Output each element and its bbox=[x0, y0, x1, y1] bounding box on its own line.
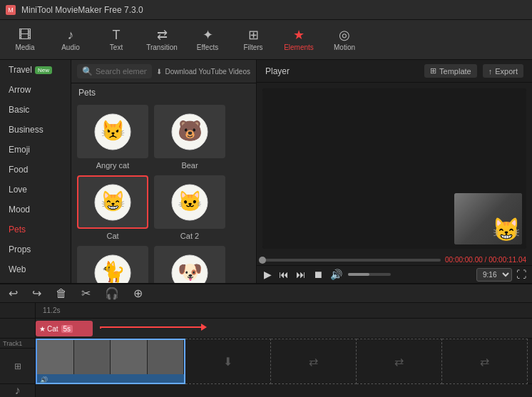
ghost-clips: ⬇ ⇄ ⇄ ⇄ bbox=[185, 339, 532, 383]
sidebar-item-web[interactable]: Web bbox=[0, 259, 71, 279]
track-label-track1: Track1 bbox=[0, 339, 35, 349]
svg-text:🐶: 🐶 bbox=[178, 260, 203, 284]
element-bear[interactable]: 🐻 Bear bbox=[154, 105, 225, 170]
next-frame-button[interactable]: ⏭ bbox=[295, 267, 307, 282]
element-thumb-angry-cat[interactable]: 😾 bbox=[77, 105, 148, 158]
tool-motion[interactable]: ◎ Motion bbox=[322, 22, 367, 58]
timeline-ruler: 11.2s bbox=[36, 303, 532, 319]
element-thumb-cat[interactable]: 😸 bbox=[77, 175, 148, 229]
app-icon: M bbox=[6, 5, 16, 15]
volume-button[interactable]: 🔊 bbox=[329, 267, 344, 282]
aspect-ratio-select[interactable]: 9:16 bbox=[476, 268, 512, 282]
element-thumb-bear[interactable]: 🐻 bbox=[154, 105, 225, 158]
video-frame-1 bbox=[37, 340, 74, 374]
audio-bar: 🔊 bbox=[37, 374, 184, 384]
sidebar-item-travel[interactable]: Travel New bbox=[0, 60, 71, 80]
audio-icon: ♪ bbox=[68, 29, 74, 41]
video-track-add-btn[interactable]: ⊞ bbox=[14, 361, 21, 371]
sidebar-item-basic[interactable]: Basic bbox=[0, 100, 71, 120]
tool-text[interactable]: T Text bbox=[94, 22, 138, 58]
video-track-controls: ⊞ bbox=[0, 349, 35, 384]
element-dog[interactable]: 🐶 Dog bbox=[154, 246, 225, 283]
app-title: MiniTool MovieMaker Free 7.3.0 bbox=[21, 5, 143, 15]
element-track-label bbox=[0, 319, 35, 339]
search-box[interactable]: 🔍 bbox=[77, 64, 152, 78]
ghost-clip-4[interactable]: ⇄ bbox=[442, 339, 528, 384]
undo-button[interactable]: ↩ bbox=[6, 285, 21, 301]
sidebar-item-arrow[interactable]: Arrow bbox=[0, 80, 71, 100]
tool-elements[interactable]: ★ Elements bbox=[277, 22, 321, 58]
element-thumb-cat3[interactable]: 🐈 bbox=[77, 246, 148, 283]
effects-icon: ✦ bbox=[203, 29, 213, 41]
tool-effects[interactable]: ✦ Effects bbox=[185, 22, 230, 58]
element-thumb-cat2[interactable]: 🐱 bbox=[154, 175, 225, 229]
export-icon: ↑ bbox=[488, 67, 493, 76]
elements-search-bar: 🔍 ⬇ Download YouTube Videos bbox=[71, 60, 256, 83]
video-clip[interactable]: 🔊 bbox=[36, 339, 185, 384]
tool-filters[interactable]: ⊞ Filters bbox=[231, 22, 275, 58]
motion-icon: ◎ bbox=[339, 29, 350, 41]
svg-text:😸: 😸 bbox=[101, 190, 126, 213]
svg-text:🐻: 🐻 bbox=[178, 119, 203, 143]
ghost-clip-2[interactable]: ⇄ bbox=[271, 339, 357, 384]
element-clip[interactable]: ★ Cat 5s bbox=[36, 321, 93, 336]
media-icon: 🎞 bbox=[19, 29, 31, 41]
player-title: Player bbox=[265, 66, 290, 76]
svg-text:🐈: 🐈 bbox=[101, 260, 126, 284]
player-actions: ⊞ Template ↑ Export bbox=[424, 64, 523, 78]
elements-panel: 🔍 ⬇ Download YouTube Videos Pets 😾 Angry… bbox=[71, 60, 257, 283]
sidebar-item-food[interactable]: Food bbox=[0, 160, 71, 180]
element-thumb-dog[interactable]: 🐶 bbox=[154, 246, 225, 283]
tool-transition[interactable]: ⇄ Transition bbox=[140, 22, 184, 58]
progress-bar[interactable] bbox=[262, 259, 441, 262]
sidebar-item-pets[interactable]: Pets bbox=[0, 220, 71, 239]
volume-fill bbox=[348, 273, 369, 276]
ghost-clip-1[interactable]: ⬇ bbox=[185, 339, 271, 384]
play-button[interactable]: ▶ bbox=[262, 267, 273, 282]
element-cat3[interactable]: 🐈 Cat 3 bbox=[77, 246, 148, 283]
clip-arrow bbox=[100, 324, 207, 331]
tool-audio[interactable]: ♪ Audio bbox=[48, 22, 93, 58]
sidebar-item-props[interactable]: Props bbox=[0, 239, 71, 259]
element-cat[interactable]: 😸 Cat bbox=[77, 175, 148, 240]
timeline-main: Track1 ⊞ ♪ 11.2s ★ Cat 5s bbox=[0, 303, 532, 397]
player-area: Player ⊞ Template ↑ Export 😸 bbox=[257, 60, 532, 283]
timeline-area: ↩ ↪ 🗑 ✂ 🎧 ⊕ Track1 ⊞ ♪ 1 bbox=[0, 283, 532, 397]
ruler-spacer bbox=[0, 303, 35, 319]
prev-frame-button[interactable]: ⏮ bbox=[277, 267, 290, 282]
ghost-clip-3[interactable]: ⇄ bbox=[357, 339, 442, 384]
template-button[interactable]: ⊞ Template bbox=[424, 64, 477, 78]
sidebar: Travel New Arrow Basic Business Emoji Fo… bbox=[0, 60, 71, 283]
fullscreen-button[interactable]: ⛶ bbox=[516, 269, 526, 280]
add-music-button[interactable]: ♪ bbox=[15, 384, 21, 397]
main-toolbar: 🎞 Media ♪ Audio T Text ⇄ Transition ✦ Ef… bbox=[0, 20, 532, 60]
element-angry-cat[interactable]: 😾 Angry cat bbox=[77, 105, 148, 170]
delete-button[interactable]: 🗑 bbox=[53, 286, 70, 301]
video-frame-4 bbox=[148, 340, 185, 374]
progress-bar-container: 00:00:00.00 / 00:00:11.04 bbox=[257, 254, 532, 265]
download-youtube-btn[interactable]: ⬇ Download YouTube Videos bbox=[156, 68, 250, 76]
volume-slider[interactable] bbox=[348, 273, 391, 276]
template-icon: ⊞ bbox=[430, 66, 436, 76]
sidebar-item-mood[interactable]: Mood bbox=[0, 200, 71, 220]
search-input[interactable] bbox=[96, 67, 147, 76]
sidebar-item-emoji[interactable]: Emoji bbox=[0, 140, 71, 160]
music-add-area: ♪ bbox=[0, 384, 35, 397]
cut-button[interactable]: ✂ bbox=[78, 285, 93, 301]
sidebar-item-business[interactable]: Business bbox=[0, 120, 71, 140]
tool-media[interactable]: 🎞 Media bbox=[3, 22, 47, 58]
progress-thumb bbox=[259, 257, 266, 264]
new-badge: New bbox=[35, 66, 52, 74]
export-button[interactable]: ↑ Export bbox=[483, 64, 523, 78]
filters-icon: ⊞ bbox=[248, 29, 259, 41]
redo-button[interactable]: ↪ bbox=[29, 285, 44, 301]
playback-controls: ▶ ⏮ ⏭ ⏹ 🔊 9:16 ⛶ bbox=[257, 265, 532, 283]
stop-button[interactable]: ⏹ bbox=[312, 267, 324, 282]
element-track: ★ Cat 5s bbox=[36, 319, 532, 339]
video-frame-3 bbox=[111, 340, 148, 374]
sidebar-item-love[interactable]: Love bbox=[0, 180, 71, 200]
element-cat2[interactable]: 🐱 Cat 2 bbox=[154, 175, 225, 240]
audio-button[interactable]: 🎧 bbox=[102, 285, 122, 301]
crop-button[interactable]: ⊕ bbox=[131, 285, 145, 301]
time-display: 00:00:00.00 / 00:00:11.04 bbox=[445, 256, 526, 264]
